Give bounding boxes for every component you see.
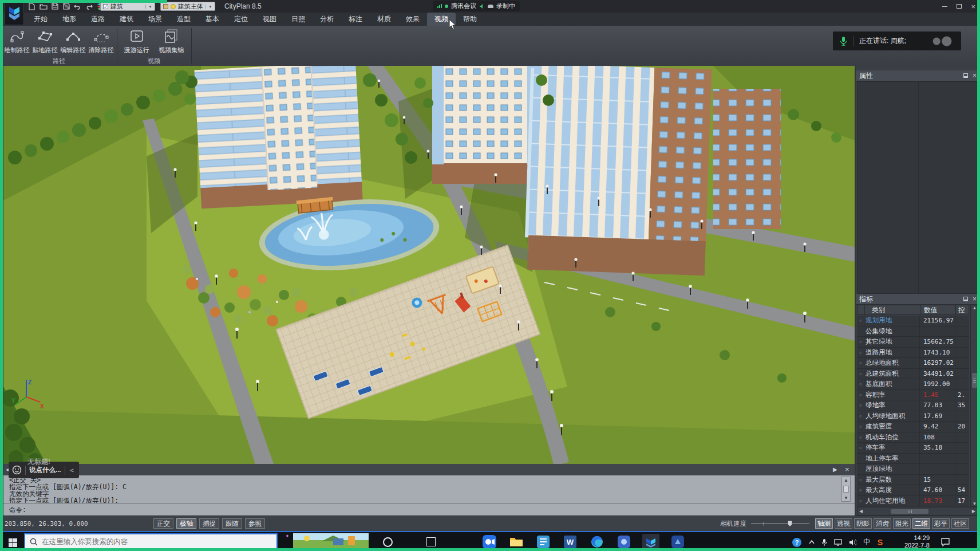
indicator-row[interactable]: ○ 规划用地 21156.97 xyxy=(857,316,969,326)
taskbar-app-word[interactable]: W xyxy=(562,534,579,550)
indicator-row[interactable]: 公集绿地 xyxy=(857,326,969,337)
taskbar-search[interactable] xyxy=(24,533,278,550)
indicator-row[interactable]: ○ 道路用地 1743.10 xyxy=(857,348,969,359)
collapse-right-icon[interactable]: ▶ xyxy=(833,466,837,473)
taskbar-app-dark[interactable] xyxy=(669,534,686,550)
widget-thumbnail[interactable] xyxy=(293,533,369,550)
view-mode-button[interactable]: 轴测 xyxy=(815,518,833,529)
drafting-toggle-button[interactable]: 跟随 xyxy=(222,518,242,529)
taskbar-app-blue[interactable] xyxy=(615,534,633,550)
indicator-row[interactable]: ○ 绿地率 77.03 35 xyxy=(857,400,969,411)
chevron-down-icon[interactable]: ▼ xyxy=(145,5,152,9)
indicators-table[interactable]: ○ 规划用地 21156.97 公集绿地 ○ 其它绿地 15662.75 xyxy=(857,316,969,507)
ribbon-tab[interactable]: 道路 xyxy=(84,13,112,26)
clear-path-button[interactable]: 清除路径 xyxy=(88,27,114,57)
ribbon-tab[interactable]: 标注 xyxy=(341,13,370,26)
taskbar-clock[interactable]: 14:29 2022-7-8 xyxy=(904,534,930,549)
indicators-horizontal-scrollbar[interactable]: ◀ ▶ xyxy=(857,507,978,515)
layer-dropdown[interactable]: ✓ 建筑 ▼ xyxy=(100,2,155,11)
close-button[interactable]: × xyxy=(971,3,975,10)
scrollbar-thumb[interactable] xyxy=(843,486,849,493)
indicator-row[interactable]: ○ 停车率 35.18 xyxy=(857,443,969,454)
ribbon-tab[interactable]: 视图 xyxy=(255,13,284,26)
indicator-row[interactable]: ○ 机动车泊位 108 xyxy=(857,432,969,443)
ribbon-tab[interactable]: 场景 xyxy=(141,13,169,26)
properties-panel-header[interactable]: 属性 × xyxy=(856,70,980,81)
view-mode-button[interactable]: 彩平 xyxy=(932,518,950,529)
layer-checkbox[interactable]: ✓ xyxy=(103,4,108,9)
indicator-row[interactable]: ○ 最大高度 47.60 54 xyxy=(857,485,969,496)
save-icon[interactable] xyxy=(50,2,59,10)
scroll-up-icon[interactable]: ▲ xyxy=(844,478,848,483)
restore-button[interactable] xyxy=(957,4,962,9)
tray-display-icon[interactable] xyxy=(834,539,842,546)
viewport-3d-scene[interactable]: Z Y X xyxy=(3,66,855,464)
ribbon-tab[interactable]: 效果 xyxy=(398,13,427,26)
indicator-row[interactable]: ○ 总绿地面积 16297.02 xyxy=(857,358,969,369)
close-icon[interactable]: × xyxy=(973,296,977,302)
chat-collapse-button[interactable]: < xyxy=(69,467,76,474)
save-as-icon[interactable] xyxy=(62,2,70,10)
edit-path-button[interactable]: 编辑路径 xyxy=(60,27,86,57)
indicator-row[interactable]: ○ 基底面积 1992.00 xyxy=(857,379,969,390)
ribbon-tab[interactable]: 视频 xyxy=(427,13,456,26)
command-history[interactable]: <正交 关>指定下一点或 [圆弧(A)/放弃(U)]: C无效的关键字指定下一点… xyxy=(3,475,855,503)
scroll-left-icon[interactable]: ◀ xyxy=(859,509,863,514)
ribbon-tab[interactable]: 定位 xyxy=(227,13,255,26)
close-icon[interactable]: × xyxy=(973,73,977,78)
task-view-icon[interactable] xyxy=(422,534,440,550)
open-file-icon[interactable] xyxy=(39,2,48,10)
taskbar-app-edge[interactable] xyxy=(588,534,606,550)
ribbon-tab[interactable]: 建筑 xyxy=(112,13,141,26)
close-icon[interactable]: × xyxy=(845,465,849,474)
view-mode-button[interactable]: 透视 xyxy=(835,518,852,529)
command-prompt[interactable]: 命令: xyxy=(3,503,855,515)
drafting-toggle-button[interactable]: 参照 xyxy=(245,518,265,529)
scrollbar-thumb[interactable] xyxy=(891,509,928,514)
cortana-icon[interactable] xyxy=(379,534,396,550)
slider-thumb-icon[interactable] xyxy=(788,521,792,526)
pin-icon[interactable] xyxy=(963,73,968,78)
ribbon-tab[interactable]: 帮助 xyxy=(456,13,484,26)
redo-icon[interactable] xyxy=(85,2,93,10)
ribbon-tab[interactable]: 分析 xyxy=(313,13,341,26)
video-highlights-button[interactable]: 视频集锦 xyxy=(155,27,187,57)
view-mode-button[interactable]: 阴影 xyxy=(854,518,872,529)
draw-path-button[interactable]: 绘制路径 xyxy=(3,27,30,57)
view-mode-button[interactable]: 二维 xyxy=(912,518,930,529)
scroll-down-icon[interactable]: ▼ xyxy=(844,495,848,501)
drafting-toggle-button[interactable]: 捕捉 xyxy=(199,518,219,529)
new-file-icon[interactable] xyxy=(27,2,36,10)
indicator-row[interactable]: ○ 最大层数 15 xyxy=(857,475,969,486)
scroll-down-icon[interactable]: ▼ xyxy=(973,501,977,506)
view-mode-button[interactable]: 消齿 xyxy=(874,518,891,529)
drafting-toggle-button[interactable]: 正交 xyxy=(153,518,173,529)
ribbon-tab[interactable]: 材质 xyxy=(370,13,398,26)
ribbon-tab[interactable]: 地形 xyxy=(55,13,84,26)
indicator-row[interactable]: ○ 建筑密度 9.42 20 xyxy=(857,422,969,432)
ribbon-tab[interactable]: 日照 xyxy=(284,13,313,26)
indicator-row[interactable]: ○ 人均住宅用地 18.73 17 xyxy=(857,496,969,507)
ribbon-tab[interactable]: 开始 xyxy=(26,13,55,26)
ribbon-tab[interactable]: 造型 xyxy=(169,13,198,26)
app-logo[interactable] xyxy=(5,1,24,25)
taskbar-app-explorer[interactable] xyxy=(508,534,525,550)
search-input[interactable] xyxy=(42,538,272,546)
indicator-row[interactable]: 屋顶绿地 xyxy=(857,464,969,475)
drafting-toggle-button[interactable]: 极轴 xyxy=(176,518,196,529)
pin-icon[interactable] xyxy=(963,297,968,301)
sogou-ime-icon[interactable]: S xyxy=(878,538,883,547)
roam-run-button[interactable]: 漫游运行 xyxy=(121,27,153,57)
view-mode-button[interactable]: 阻光 xyxy=(893,518,911,529)
tray-help-icon[interactable]: ? xyxy=(792,537,802,548)
minimize-button[interactable] xyxy=(942,6,947,7)
taskbar-app-cityplan-active[interactable] xyxy=(642,534,659,550)
ime-indicator[interactable]: 中 xyxy=(863,537,871,547)
command-scrollbar[interactable]: ▲ ▼ xyxy=(841,477,851,502)
tray-speaker-icon[interactable] xyxy=(849,539,856,546)
tray-microphone-icon[interactable] xyxy=(821,538,827,546)
view-mode-button[interactable]: 社区 xyxy=(951,518,969,529)
indicator-row[interactable]: ○ 人均绿地面积 17.69 xyxy=(857,411,969,422)
scroll-right-icon[interactable]: ▶ xyxy=(972,509,975,514)
object-dropdown[interactable]: 建筑主体 ▼ xyxy=(160,2,215,11)
